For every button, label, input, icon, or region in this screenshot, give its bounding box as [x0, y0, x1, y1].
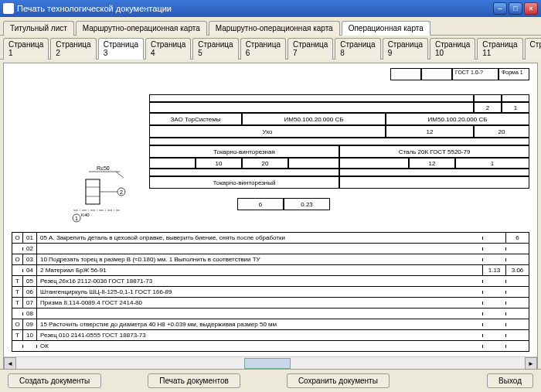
- op-num: 01: [23, 233, 37, 243]
- partno-b: ИМ50.100.20.000 СБ: [386, 113, 529, 125]
- op-text: Штангенциркуль ШЦ-II-125-0,1-1 ГОСТ 166-…: [37, 287, 482, 297]
- op-num: 09: [23, 319, 37, 329]
- tab-page-3[interactable]: Страница 3: [98, 38, 144, 60]
- t-a: 6: [237, 198, 284, 210]
- close-button[interactable]: ×: [524, 2, 538, 15]
- op-n2: [505, 247, 529, 251]
- op-type: Т: [12, 287, 23, 297]
- main-tabs: Титульный лист Маршрутно-операционная ка…: [0, 17, 541, 36]
- tab-page-11[interactable]: Страница 11: [477, 38, 522, 60]
- save-docs-button[interactable]: Сохранить документы: [287, 373, 390, 388]
- op-text: Резец 26х16 2112-0036 ГОСТ 18871-73: [37, 276, 482, 286]
- tab-route-op-2[interactable]: Маршрутно-операционная карта: [209, 21, 340, 36]
- equip-blank: [339, 176, 529, 189]
- op-n1: [482, 291, 505, 294]
- hdr-blank: [474, 94, 502, 102]
- tab-page-8[interactable]: Страница 8: [335, 38, 380, 60]
- op-type: О: [12, 233, 23, 243]
- op-type: Т: [12, 330, 23, 340]
- op-n2: [505, 258, 529, 261]
- op-row: 08: [12, 308, 529, 319]
- op-num: 06: [23, 287, 37, 297]
- op-row: Т05Резец 26х16 2112-0036 ГОСТ 18871-73: [12, 275, 529, 286]
- qty-a: 12: [386, 125, 474, 138]
- tab-operation-card[interactable]: Операционная карта: [342, 21, 430, 36]
- op-n2: [505, 280, 529, 283]
- op-n2: [505, 291, 529, 294]
- op-text: Резец 010 2141-0555 ГОСТ 18873-73: [37, 330, 482, 340]
- hdr-gost: ГОСТ 1.0-?: [452, 68, 498, 80]
- minimize-button[interactable]: –: [493, 2, 507, 15]
- exit-button[interactable]: Выход: [487, 373, 533, 388]
- op-n2: [505, 302, 529, 305]
- tab-page-truncated[interactable]: Страни: [525, 38, 541, 60]
- eq2b: 1: [455, 158, 529, 169]
- op-n1: [482, 345, 505, 348]
- op-row: Т10Резец 010 2141-0555 ГОСТ 18873-73: [12, 329, 529, 340]
- window-title: Печать технологической документации: [17, 4, 172, 13]
- op-type: [12, 269, 23, 272]
- scroll-left-icon[interactable]: ◄: [4, 357, 16, 370]
- op-num: [23, 345, 37, 348]
- print-docs-button[interactable]: Печать документов: [148, 373, 240, 388]
- tab-page-7[interactable]: Страница 7: [288, 38, 333, 60]
- op-row: ОК: [12, 340, 529, 351]
- op-type: Т: [12, 298, 23, 308]
- page-num-b: 1: [502, 102, 529, 113]
- maximize-button[interactable]: □: [509, 2, 522, 15]
- op-num: 07: [23, 298, 37, 308]
- op-n1: [482, 302, 505, 305]
- subhdr3: [339, 169, 529, 176]
- op-text: ОК: [37, 341, 482, 351]
- op-n2: [505, 345, 529, 348]
- op-num: 05: [23, 276, 37, 286]
- tab-route-op-1[interactable]: Маршрутно-операционная карта: [76, 21, 207, 36]
- op-n1: [482, 323, 505, 326]
- svg-text:K40: K40: [81, 213, 90, 217]
- op-type: О: [12, 254, 23, 264]
- tab-page-9[interactable]: Страница 9: [383, 38, 428, 60]
- op-row: Т06Штангенциркуль ШЦ-II-125-0,1-1 ГОСТ 1…: [12, 286, 529, 297]
- horizontal-scrollbar[interactable]: ◄ ►: [4, 356, 537, 369]
- op-n2: 6: [505, 233, 529, 243]
- op-text: 10 Подрезать торец в размер В (≈0.180) м…: [37, 254, 482, 264]
- tab-page-5[interactable]: Страница 5: [192, 38, 238, 60]
- eq2a: 12: [409, 158, 455, 169]
- tab-page-2[interactable]: Страница 2: [50, 38, 96, 60]
- equip: Токарно-винторезный: [149, 176, 339, 189]
- op-n2: [505, 323, 529, 326]
- subhdr2: [149, 169, 339, 176]
- op-row: 02: [12, 243, 529, 254]
- op-row: О0310 Подрезать торец в размер В (≈0.180…: [12, 254, 529, 264]
- tab-page-1[interactable]: Страница 1: [3, 38, 49, 60]
- op-type: [12, 312, 23, 315]
- qty-b: 20: [474, 125, 529, 138]
- op-row: 042 Материал БрЖ 56-911.133.06: [12, 264, 529, 275]
- footer-toolbar: Создать документы Печать документов Сохр…: [0, 369, 541, 392]
- op-num: 02: [23, 244, 37, 254]
- op-row: Т07Призма 8.114-0089.4 ГОСТ 2414-80: [12, 297, 529, 308]
- company-cell: ЗАО ТорСистемы: [149, 113, 242, 125]
- op-num: 03: [23, 254, 37, 264]
- tab-title-sheet[interactable]: Титульный лист: [3, 21, 74, 36]
- op-num: 04: [23, 265, 37, 275]
- page-tabs: Страница 1 Страница 2 Страница 3 Страниц…: [0, 36, 541, 60]
- material: Сталь 20К ГОСТ 5520-79: [339, 145, 529, 158]
- op-n2: [505, 312, 529, 315]
- t-b: 0.23: [284, 198, 330, 210]
- tab-page-10[interactable]: Страница 10: [430, 38, 475, 60]
- scroll-right-icon[interactable]: ►: [525, 357, 537, 370]
- eq-lbl: [149, 158, 196, 169]
- document-viewport[interactable]: ГОСТ 1.0-? Форма 1 2 1 ЗАО ТорСистемы ИМ…: [3, 63, 538, 381]
- hdr-small: [390, 68, 421, 80]
- operation-card-sheet: ГОСТ 1.0-? Форма 1 2 1 ЗАО ТорСистемы ИМ…: [4, 63, 537, 356]
- part-sketch: R≤50 1 2 K40: [66, 164, 151, 233]
- eq1b: 20: [242, 158, 288, 169]
- tab-page-6[interactable]: Страница 6: [240, 38, 286, 60]
- create-docs-button[interactable]: Создать документы: [8, 373, 101, 388]
- partname-cell: Ухо: [149, 125, 386, 138]
- op-text: [37, 247, 482, 251]
- tab-page-4[interactable]: Страница 4: [145, 38, 191, 60]
- scroll-thumb[interactable]: [244, 358, 291, 369]
- partno-a: ИМ50.100.20.000 СБ: [242, 113, 386, 125]
